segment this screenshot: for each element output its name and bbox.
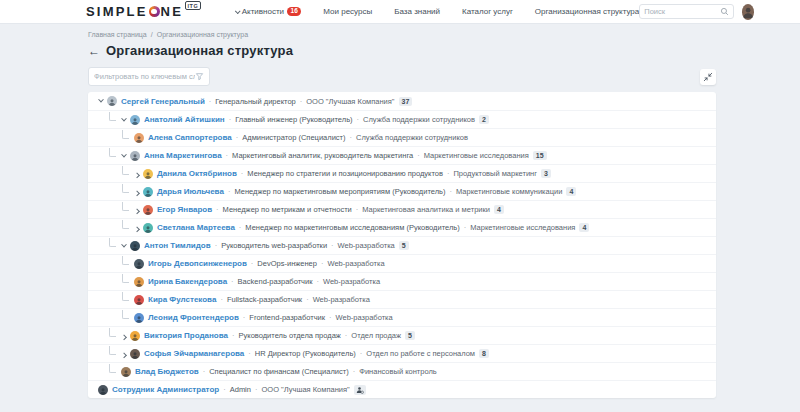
employee-department[interactable]: Web-разработка: [313, 295, 370, 304]
nav-item-activities[interactable]: Активности 16: [235, 7, 302, 16]
employee-name-link[interactable]: Леонид Фронтендеров: [148, 313, 239, 322]
tree-row[interactable]: Алена Саппортерова·Администратор (Специа…: [88, 128, 716, 146]
expand-toggle[interactable]: [119, 331, 128, 340]
chevron-down-icon: [121, 241, 127, 247]
tree-row[interactable]: Ирина Бакендерова·Backend-разработчик·We…: [88, 272, 716, 290]
expand-toggle[interactable]: [119, 241, 128, 250]
tree-row[interactable]: Кира Фулстекова·Fullstack-разработчик·We…: [88, 290, 716, 308]
employee-department[interactable]: Служба поддержки сотрудников: [356, 133, 468, 142]
tree-row[interactable]: Софья Эйчарманагерова·HR Директор (Руков…: [88, 344, 716, 362]
tree-row[interactable]: Виктория Проданова·Руководитель отдела п…: [88, 326, 716, 344]
filter-input[interactable]: [94, 72, 195, 81]
back-arrow-icon[interactable]: ←: [88, 45, 100, 57]
global-search-input[interactable]: [644, 7, 719, 16]
dot-separator: ·: [306, 295, 309, 304]
nav-item-label: База знаний: [394, 7, 440, 16]
employee-department[interactable]: Служба поддержки сотрудников: [363, 115, 475, 124]
employee-department[interactable]: Web-разработка: [336, 313, 393, 322]
expand-toggle[interactable]: [132, 205, 141, 214]
filter-funnel-icon[interactable]: [195, 72, 204, 81]
dot-separator: ·: [357, 115, 360, 124]
employee-name-link[interactable]: Дарья Июльчева: [157, 187, 224, 196]
employee-name-link[interactable]: Алена Саппортерова: [148, 133, 232, 142]
avatar: [134, 277, 144, 287]
employee-department[interactable]: Web-разработка: [323, 277, 380, 286]
employee-name-link[interactable]: Данила Октябринов: [157, 169, 237, 178]
breadcrumb-separator: /: [151, 31, 153, 38]
tree-row[interactable]: Анатолий Айтишкин·Главный инженер (Руков…: [88, 110, 716, 128]
chevron-down-icon: [121, 151, 127, 157]
dot-separator: ·: [231, 277, 234, 286]
user-avatar[interactable]: [742, 4, 754, 20]
tree-row[interactable]: Светлана Мартеева·Менеджер по маркетинго…: [88, 218, 716, 236]
employee-department[interactable]: ООО "Лучшая Компания": [306, 97, 394, 106]
subordinates-count-badge: 4: [579, 223, 589, 232]
employee-department[interactable]: Маркетинговые исследования: [424, 151, 529, 160]
employee-name-link[interactable]: Анатолий Айтишкин: [144, 115, 225, 124]
employee-name-link[interactable]: Софья Эйчарманагерова: [144, 349, 244, 358]
employee-name-link[interactable]: Влад Бюджетов: [135, 367, 199, 376]
tree-row[interactable]: Влад Бюджетов·Специалист по финансам (Сп…: [88, 362, 716, 380]
employee-name-link[interactable]: Кира Фулстекова: [148, 295, 216, 304]
employee-name-link[interactable]: Анна Маркетингова: [144, 151, 222, 160]
logo-text-right: NE: [161, 5, 183, 18]
employee-name-link[interactable]: Светлана Мартеева: [157, 223, 235, 232]
tree-row[interactable]: Егор Январов·Менеджер по метрикам и отче…: [88, 200, 716, 218]
employee-department[interactable]: Отдел по работе с персоналом: [366, 349, 475, 358]
nav-item-service-catalog[interactable]: Каталог услуг: [462, 7, 513, 16]
tree-connector-line: [109, 112, 116, 121]
tree-connector-line: [122, 274, 129, 283]
logo-product-badge: ITG: [185, 1, 201, 10]
employee-department[interactable]: Web-разработка: [338, 241, 395, 250]
tree-connector-line: [122, 166, 129, 175]
employee-department[interactable]: Отдел продаж: [351, 331, 401, 340]
tree-row[interactable]: Сергей Генеральный·Генеральный директор·…: [88, 92, 716, 110]
employee-department[interactable]: Маркетинговые коммуникации: [456, 187, 562, 196]
expand-toggle[interactable]: [119, 115, 128, 124]
employee-department[interactable]: ООО "Лучшая Компания": [261, 385, 349, 394]
employee-name-link[interactable]: Ирина Бакендерова: [148, 277, 227, 286]
tree-connector-line: [122, 292, 129, 301]
employee-department[interactable]: Маркетинговая аналитика и метрики: [362, 205, 490, 214]
nav-item-my-resources[interactable]: Мои ресурсы: [323, 7, 372, 16]
employee-name-link[interactable]: Сергей Генеральный: [121, 97, 205, 106]
employee-department[interactable]: Маркетинговые исследования: [470, 223, 575, 232]
breadcrumb-current[interactable]: Организационная структура: [157, 31, 248, 38]
expand-toggle[interactable]: [132, 169, 141, 178]
expand-toggle[interactable]: [119, 349, 128, 358]
expand-toggle[interactable]: [132, 187, 141, 196]
tree-row[interactable]: Игорь Девопсинженеров·DevOps-инженер·Web…: [88, 254, 716, 272]
employee-name-link[interactable]: Егор Январов: [157, 205, 212, 214]
employee-name-link[interactable]: Сотрудник Администратор: [112, 385, 219, 394]
admin-user-badge: [354, 385, 366, 395]
tree-row[interactable]: Анна Маркетингова·Маркетинговый аналитик…: [88, 146, 716, 164]
employee-department[interactable]: Продуктовый маркетинг: [453, 169, 537, 178]
employee-role: Fullstack-разработчик: [227, 295, 302, 304]
simpleone-logo[interactable]: SIMPLENE ITG: [86, 5, 201, 18]
collapse-all-button[interactable]: [700, 69, 716, 85]
employee-department[interactable]: Web-разработка: [327, 259, 384, 268]
breadcrumb-home[interactable]: Главная страница: [88, 31, 147, 38]
nav-item-knowledge-base[interactable]: База знаний: [394, 7, 440, 16]
tree-connector-line: [122, 130, 129, 139]
tree-row[interactable]: Данила Октябринов·Менеджер по стратегии …: [88, 164, 716, 182]
avatar: [130, 331, 140, 341]
dot-separator: ·: [447, 169, 450, 178]
tree-row[interactable]: Антон Тимлидов·Руководитель web-разработ…: [88, 236, 716, 254]
employee-name-link[interactable]: Игорь Девопсинженеров: [148, 259, 247, 268]
tree-row[interactable]: Сотрудник Администратор·Admin·ООО "Лучша…: [88, 380, 716, 398]
search-icon[interactable]: [720, 7, 729, 16]
employee-name-link[interactable]: Антон Тимлидов: [144, 241, 211, 250]
expand-toggle[interactable]: [96, 97, 105, 106]
tree-connector-line: [109, 328, 116, 337]
tree-row[interactable]: Леонид Фронтендеров·Frontend-разработчик…: [88, 308, 716, 326]
tree-connector-line: [122, 184, 129, 193]
expand-toggle[interactable]: [119, 151, 128, 160]
employee-name-link[interactable]: Виктория Проданова: [144, 331, 228, 340]
avatar: [121, 367, 131, 377]
expand-toggle[interactable]: [132, 223, 141, 232]
nav-item-org-structure[interactable]: Организационная структура: [535, 7, 639, 16]
employee-department[interactable]: Финансовый контроль: [359, 367, 437, 376]
tree-row[interactable]: Дарья Июльчева·Менеджер по маркетинговым…: [88, 182, 716, 200]
subordinates-count-badge: 8: [479, 349, 489, 358]
